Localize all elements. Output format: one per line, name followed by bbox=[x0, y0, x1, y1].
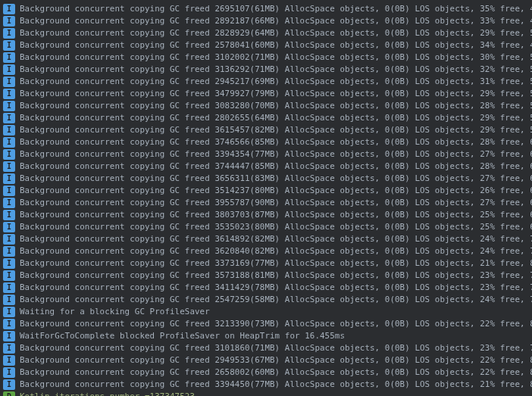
log-message: Background concurrent copying GC freed 2… bbox=[20, 296, 532, 304]
log-row[interactable]: IBackground concurrent copying GC freed … bbox=[0, 148, 532, 161]
log-row[interactable]: IBackground concurrent copying GC freed … bbox=[0, 282, 532, 294]
log-message: Background concurrent copying GC freed 3… bbox=[20, 199, 532, 207]
log-row[interactable]: IBackground concurrent copying GC freed … bbox=[0, 76, 532, 88]
log-row[interactable]: IBackground concurrent copying GC freed … bbox=[0, 124, 532, 136]
log-message: Background concurrent copying GC freed 2… bbox=[20, 17, 532, 26]
info-level-badge: I bbox=[3, 16, 15, 27]
log-row[interactable]: IBackground concurrent copying GC freed … bbox=[0, 318, 532, 330]
log-message: Background concurrent copying GC freed 3… bbox=[20, 139, 532, 147]
log-message: Background concurrent copying GC freed 3… bbox=[20, 235, 532, 244]
log-message: Background concurrent copying GC freed 2… bbox=[20, 30, 532, 38]
info-level-badge: I bbox=[3, 246, 15, 257]
log-row[interactable]: IBackground concurrent copying GC freed … bbox=[0, 233, 532, 245]
info-level-badge: I bbox=[3, 4, 15, 14]
log-row[interactable]: IBackground concurrent copying GC freed … bbox=[0, 112, 532, 124]
log-row[interactable]: IBackground concurrent copying GC freed … bbox=[0, 197, 532, 209]
info-level-badge: I bbox=[3, 367, 15, 378]
log-row[interactable]: IBackground concurrent copying GC freed … bbox=[0, 100, 532, 112]
log-row[interactable]: IBackground concurrent copying GC freed … bbox=[0, 221, 532, 233]
log-row[interactable]: IBackground concurrent copying GC freed … bbox=[0, 88, 532, 100]
log-row[interactable]: IBackground concurrent copying GC freed … bbox=[0, 173, 532, 185]
log-row[interactable]: IBackground concurrent copying GC freed … bbox=[0, 185, 532, 197]
info-level-badge: I bbox=[3, 355, 15, 366]
log-row[interactable]: IBackground concurrent copying GC freed … bbox=[0, 379, 532, 391]
log-row[interactable]: IBackground concurrent copying GC freed … bbox=[0, 3, 532, 15]
log-row[interactable]: IBackground concurrent copying GC freed … bbox=[0, 366, 532, 379]
log-message: Background concurrent copying GC freed 2… bbox=[20, 5, 532, 14]
info-level-badge: I bbox=[3, 52, 15, 63]
info-level-badge: I bbox=[3, 343, 15, 354]
log-row[interactable]: IBackground concurrent copying GC freed … bbox=[0, 39, 532, 51]
info-level-badge: I bbox=[3, 331, 15, 341]
info-level-badge: I bbox=[3, 137, 15, 148]
log-row[interactable]: IBackground concurrent copying GC freed … bbox=[0, 294, 532, 306]
info-level-badge: I bbox=[3, 28, 15, 39]
info-level-badge: I bbox=[3, 295, 15, 305]
log-message: Background concurrent copying GC freed 3… bbox=[20, 66, 532, 74]
log-row[interactable]: IBackground concurrent copying GC freed … bbox=[0, 257, 532, 270]
log-row[interactable]: IBackground concurrent copying GC freed … bbox=[0, 136, 532, 148]
log-message: Background concurrent copying GC freed 3… bbox=[20, 175, 532, 183]
log-row[interactable]: IBackground concurrent copying GC freed … bbox=[0, 161, 532, 173]
log-row[interactable]: IBackground concurrent copying GC freed … bbox=[0, 51, 532, 64]
log-message: Background concurrent copying GC freed 3… bbox=[20, 102, 532, 111]
log-message: Background concurrent copying GC freed 3… bbox=[20, 272, 532, 280]
info-level-badge: I bbox=[3, 76, 15, 87]
log-row[interactable]: IBackground concurrent copying GC freed … bbox=[0, 342, 532, 354]
info-level-badge: I bbox=[3, 101, 15, 111]
info-level-badge: I bbox=[3, 161, 15, 172]
info-level-badge: I bbox=[3, 222, 15, 232]
info-level-badge: I bbox=[3, 113, 15, 123]
log-message: Background concurrent copying GC freed 3… bbox=[20, 320, 532, 329]
info-level-badge: I bbox=[3, 258, 15, 269]
info-level-badge: I bbox=[3, 282, 15, 293]
log-row[interactable]: IWaiting for a blocking GC ProfileSaver bbox=[0, 306, 532, 318]
debug-level-badge: D bbox=[3, 391, 15, 396]
log-message: Background concurrent copying GC freed 3… bbox=[20, 90, 532, 98]
log-message: Background concurrent copying GC freed 3… bbox=[20, 54, 532, 62]
log-message: Kotlin iterations number =137347523 bbox=[20, 393, 195, 396]
info-level-badge: I bbox=[3, 270, 15, 281]
info-level-badge: I bbox=[3, 64, 15, 75]
log-row[interactable]: IWaitForGcToComplete blocked ProfileSave… bbox=[0, 330, 532, 342]
log-row[interactable]: IBackground concurrent copying GC freed … bbox=[0, 245, 532, 257]
logcat-output[interactable]: IBackground concurrent copying GC freed … bbox=[0, 0, 532, 396]
log-message: Background concurrent copying GC freed 2… bbox=[20, 42, 532, 50]
log-message: Background concurrent copying GC freed 2… bbox=[20, 78, 532, 86]
log-message: WaitForGcToComplete blocked ProfileSaver… bbox=[20, 332, 345, 341]
log-row[interactable]: IBackground concurrent copying GC freed … bbox=[0, 209, 532, 221]
log-message: Background concurrent copying GC freed 3… bbox=[20, 381, 532, 389]
log-message: Background concurrent copying GC freed 3… bbox=[20, 345, 532, 353]
info-level-badge: I bbox=[3, 149, 15, 160]
info-level-badge: I bbox=[3, 40, 15, 51]
info-level-badge: I bbox=[3, 234, 15, 245]
log-row[interactable]: IBackground concurrent copying GC freed … bbox=[0, 270, 532, 282]
info-level-badge: I bbox=[3, 125, 15, 136]
log-message: Background concurrent copying GC freed 3… bbox=[20, 260, 532, 268]
log-message: Background concurrent copying GC freed 2… bbox=[20, 357, 532, 365]
log-message: Background concurrent copying GC freed 2… bbox=[20, 369, 532, 377]
log-row[interactable]: DKotlin iterations number =137347523 bbox=[0, 391, 532, 396]
info-level-badge: I bbox=[3, 379, 15, 390]
log-message: Background concurrent copying GC freed 3… bbox=[20, 211, 532, 220]
log-row[interactable]: IBackground concurrent copying GC freed … bbox=[0, 354, 532, 366]
info-level-badge: I bbox=[3, 210, 15, 220]
info-level-badge: I bbox=[3, 89, 15, 99]
log-row[interactable]: IBackground concurrent copying GC freed … bbox=[0, 64, 532, 76]
info-level-badge: I bbox=[3, 198, 15, 208]
info-level-badge: I bbox=[3, 186, 15, 196]
log-message: Background concurrent copying GC freed 3… bbox=[20, 163, 532, 171]
info-level-badge: I bbox=[3, 173, 15, 184]
info-level-badge: I bbox=[3, 319, 15, 329]
log-message: Background concurrent copying GC freed 3… bbox=[20, 284, 532, 292]
info-level-badge: I bbox=[3, 307, 15, 317]
log-message: Background concurrent copying GC freed 3… bbox=[20, 126, 532, 135]
log-message: Background concurrent copying GC freed 2… bbox=[20, 114, 532, 123]
log-message: Background concurrent copying GC freed 3… bbox=[20, 151, 532, 159]
log-message: Background concurrent copying GC freed 3… bbox=[20, 248, 532, 256]
log-message: Waiting for a blocking GC ProfileSaver bbox=[20, 308, 210, 316]
log-message: Background concurrent copying GC freed 3… bbox=[20, 223, 532, 232]
log-message: Background concurrent copying GC freed 3… bbox=[20, 187, 532, 195]
log-row[interactable]: IBackground concurrent copying GC freed … bbox=[0, 15, 532, 27]
log-row[interactable]: IBackground concurrent copying GC freed … bbox=[0, 27, 532, 39]
